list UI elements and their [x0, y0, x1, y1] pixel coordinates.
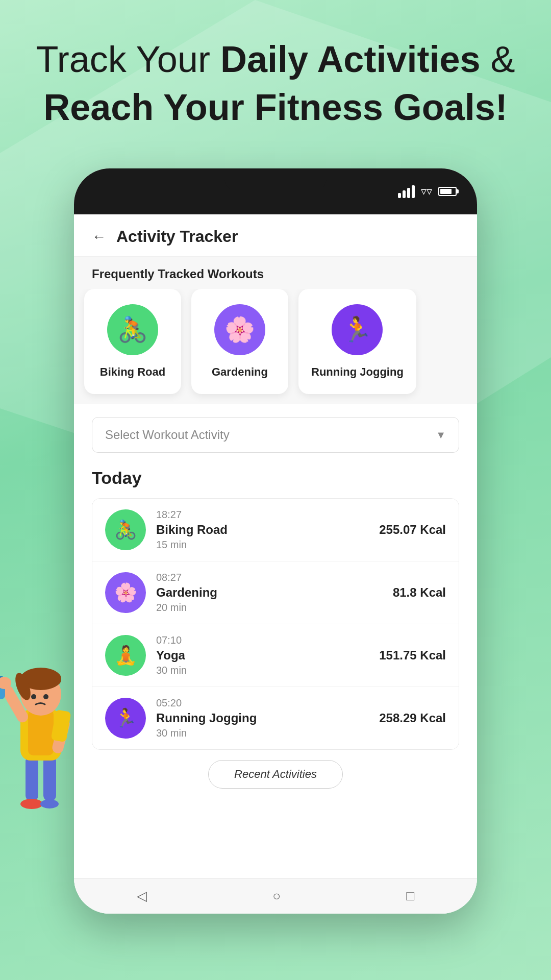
back-button[interactable]: ← [92, 229, 106, 245]
hero-track: Track Your [36, 39, 210, 80]
activity-info-gardening: 08:27 Gardening 20 min [156, 572, 383, 614]
activity-item-running: 🏃 05:20 Running Jogging 30 min 258.29 Kc… [92, 687, 459, 749]
svg-rect-6 [28, 709, 54, 755]
battery-icon [438, 187, 457, 196]
app-header: ← Activity Tracker [74, 214, 477, 257]
running-activity-name: Running Jogging [156, 711, 369, 725]
activity-list: 🚴 18:27 Biking Road 15 min 255.07 Kcal 🌸… [92, 498, 459, 750]
phone-mockup: ▿▿ ← Activity Tracker Frequently Tracked… [74, 168, 477, 914]
status-icons: ▿▿ [398, 185, 457, 198]
yoga-time: 07:10 [156, 634, 369, 646]
svg-rect-1 [26, 755, 38, 801]
activity-info-yoga: 07:10 Yoga 30 min [156, 634, 369, 676]
notch [224, 168, 327, 191]
biking-duration: 15 min [156, 539, 369, 551]
app-title: Activity Tracker [116, 227, 238, 246]
gardening-activity-name: Gardening [156, 585, 383, 600]
svg-point-4 [40, 799, 59, 808]
yoga-activity-name: Yoga [156, 648, 369, 663]
biking-time: 18:27 [156, 509, 369, 521]
workout-card-gardening[interactable]: 🌸 Gardening [191, 289, 288, 394]
hero-line1: Track Your Daily Activities & [31, 36, 520, 84]
activity-icon-gardening: 🌸 [105, 572, 146, 613]
yoga-calories: 151.75 Kcal [379, 648, 446, 663]
running-duration: 30 min [156, 727, 369, 739]
biking-icon: 🚴 [107, 304, 158, 355]
biking-activity-name: Biking Road [156, 523, 369, 537]
running-time: 05:20 [156, 697, 369, 709]
bottom-nav: ◁ ○ □ [74, 878, 477, 914]
yoga-duration: 30 min [156, 665, 369, 676]
activity-info-running: 05:20 Running Jogging 30 min [156, 697, 369, 739]
activity-item-gardening: 🌸 08:27 Gardening 20 min 81.8 Kcal [92, 561, 459, 624]
svg-point-14 [43, 694, 48, 699]
signal-bars [398, 185, 415, 198]
svg-point-3 [20, 799, 43, 809]
dropdown-container: Select Workout Activity ▼ [92, 417, 459, 453]
hero-line2: Reach Your Fitness Goals! [31, 84, 520, 132]
workout-card-running[interactable]: 🏃 Running Jogging [298, 289, 416, 394]
activity-icon-running: 🏃 [105, 698, 146, 739]
gardening-duration: 20 min [156, 602, 383, 614]
running-name: Running Jogging [311, 365, 404, 379]
main-content: Select Workout Activity ▼ Today 🚴 18:27 … [74, 404, 477, 878]
today-header: Today [92, 468, 459, 488]
section-label: Frequently Tracked Workouts [74, 257, 477, 289]
activity-icon-yoga: 🧘 [105, 635, 146, 676]
nav-back-icon[interactable]: ◁ [137, 888, 147, 904]
nav-home-icon[interactable]: ○ [272, 888, 281, 904]
workout-card-biking[interactable]: 🚴 Biking Road [84, 289, 181, 394]
recent-activities-button[interactable]: Recent Activities [208, 760, 343, 789]
biking-name: Biking Road [100, 365, 165, 379]
gardening-calories: 81.8 Kcal [393, 585, 446, 600]
gardening-name: Gardening [212, 365, 268, 379]
svg-rect-2 [43, 755, 56, 801]
status-bar: ▿▿ [74, 168, 477, 214]
activity-item-yoga: 🧘 07:10 Yoga 30 min 151.75 Kcal [92, 624, 459, 687]
activity-icon-biking: 🚴 [105, 509, 146, 550]
character-illustration [0, 638, 97, 832]
workout-cards-container: 🚴 Biking Road 🌸 Gardening 🏃 Running Jogg… [74, 289, 477, 404]
workout-dropdown[interactable]: Select Workout Activity ▼ [92, 417, 459, 453]
running-icon: 🏃 [332, 304, 383, 355]
activity-item-biking: 🚴 18:27 Biking Road 15 min 255.07 Kcal [92, 499, 459, 561]
recent-btn-container: Recent Activities [92, 750, 459, 794]
wifi-icon: ▿▿ [421, 185, 432, 198]
phone-content: ← Activity Tracker Frequently Tracked Wo… [74, 214, 477, 914]
svg-point-13 [31, 694, 36, 699]
hero-ampersand: & [491, 39, 515, 80]
dropdown-placeholder: Select Workout Activity [105, 428, 230, 442]
gardening-icon: 🌸 [214, 304, 265, 355]
workout-cards: 🚴 Biking Road 🌸 Gardening 🏃 Running Jogg… [84, 289, 477, 394]
biking-calories: 255.07 Kcal [379, 523, 446, 537]
dropdown-arrow-icon: ▼ [436, 429, 446, 441]
gardening-time: 08:27 [156, 572, 383, 583]
running-calories: 258.29 Kcal [379, 711, 446, 725]
activity-info-biking: 18:27 Biking Road 15 min [156, 509, 369, 551]
hero-daily: Daily Activities [220, 39, 481, 80]
nav-recent-icon[interactable]: □ [406, 888, 414, 904]
